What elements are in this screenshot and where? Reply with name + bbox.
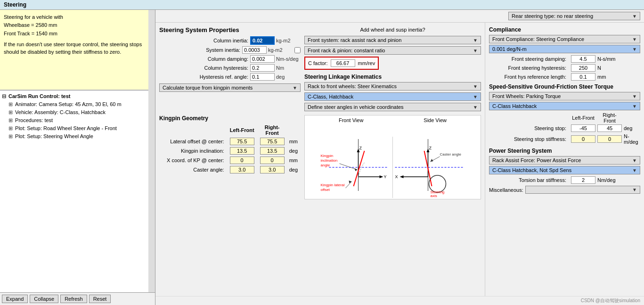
front-rack-dropdown[interactable]: Front rack & pinion: constant ratio ▼ — [304, 46, 481, 55]
svg-text:X: X — [395, 174, 398, 179]
front-damping-label: Front steering damping: — [489, 56, 569, 62]
front-rack-arrow-icon: ▼ — [473, 48, 478, 53]
misc-dropdown[interactable]: ▼ — [525, 186, 640, 194]
front-system-arrow-icon: ▼ — [473, 38, 478, 43]
kp-left-1[interactable] — [230, 147, 254, 155]
column-inertia-input[interactable] — [250, 36, 275, 45]
steering-linkage-title: Steering Linkage Kinematics — [304, 74, 481, 80]
kingpin-title: Kingpin Geometry — [159, 115, 301, 122]
kp-left-0[interactable] — [230, 138, 254, 145]
torsion-bar-input[interactable] — [571, 176, 595, 184]
collapse-button[interactable]: Collapse — [30, 295, 58, 303]
compliance-value-dropdown[interactable]: 0.001 deg/N-m ▼ — [489, 45, 640, 53]
c-class-hatchback2-arrow-icon: ▼ — [632, 104, 637, 109]
front-system-label: Front system: rack assist rack and pinio… — [308, 37, 401, 43]
tree-item-plot-front[interactable]: ⊞ Plot: Setup: Road Wheel Steer Angle - … — [2, 124, 147, 132]
power-steering-title: Power Steering System — [489, 148, 640, 154]
left-scrollbar-top[interactable] — [148, 10, 155, 90]
rear-steering-arrow-icon: ▼ — [632, 14, 637, 19]
steering-stop-right-input[interactable] — [597, 124, 622, 132]
main-window: Steering Steering for a vehicle with Whe… — [0, 0, 644, 305]
tree-item-animator[interactable]: ⊞ Animator: Camera Setup: 45 Azm, 30 El,… — [2, 100, 147, 108]
system-inertia-unit: kg-m2 — [267, 47, 293, 53]
front-compliance-label: Front Compliance: Steering Compliance — [492, 36, 584, 42]
refresh-button[interactable]: Refresh — [60, 295, 87, 303]
c-class-hatchback2-dropdown[interactable]: C-Class Hatchback ▼ — [489, 102, 640, 110]
rear-steering-dropdown[interactable]: Rear steering type: no rear steering ▼ — [508, 12, 640, 20]
calc-torque-arrow-icon: ▼ — [293, 85, 297, 91]
front-compliance-dropdown[interactable]: Front Compliance: Steering Compliance ▼ — [489, 35, 640, 43]
kp-right-0[interactable] — [260, 138, 285, 145]
kp-right-2[interactable] — [260, 157, 285, 164]
tree-root[interactable]: ⊟ CarSim Run Control: test — [2, 92, 147, 100]
stop-stiffness-left-input[interactable] — [571, 135, 595, 143]
gf-col-right: Right-Front — [597, 112, 622, 124]
system-inertia-input[interactable] — [242, 46, 267, 54]
c-class-not-spd-dropdown[interactable]: C-Class Hatchback, Not Spd Sens ▼ — [489, 166, 640, 174]
hysteresis-ref-label: Hysteresis ref. angle: — [159, 74, 250, 80]
reset-button[interactable]: Reset — [89, 295, 111, 303]
front-system-dropdown[interactable]: Front system: rack assist rack and pinio… — [304, 36, 481, 44]
c-factor-input[interactable] — [331, 59, 355, 67]
c-factor-label: C factor: — [308, 60, 328, 66]
calc-torque-dropdown[interactable]: Calculate torque from kingpin moments ▼ — [159, 83, 301, 92]
kp-right-3[interactable] — [260, 166, 285, 173]
bottom-buttons: Expand Collapse Refresh Reset — [0, 292, 155, 305]
svg-text:inclination: inclination — [321, 158, 338, 163]
steer-kinematics-arrow-icon: ▼ — [473, 84, 478, 89]
kingpin-section: Kingpin Geometry Left-Front Right-Front — [159, 115, 301, 199]
svg-line-12 — [340, 164, 358, 170]
front-hys-ref-input[interactable] — [571, 73, 595, 81]
c-class-hatchback-label: C-Class, Hatchback — [308, 94, 353, 99]
kp-left-2[interactable] — [230, 157, 254, 164]
front-hysteresis-input[interactable] — [571, 64, 595, 72]
stop-stiffness-right-input[interactable] — [597, 135, 622, 143]
parking-torque-dropdown[interactable]: Front Wheels: Parking Torque ▼ — [489, 92, 640, 100]
stop-stiffness-unit: N-m/deg — [624, 133, 640, 145]
footer-watermark: CSDN @自动驾驶simulation — [155, 296, 644, 305]
steering-stop-left-input[interactable] — [571, 124, 595, 132]
svg-text:axis: axis — [431, 194, 437, 198]
hysteresis-ref-input[interactable] — [250, 73, 275, 81]
define-steer-label: Define steer angles in vehicle coordinat… — [308, 104, 404, 110]
hysteresis-ref-unit: deg — [275, 74, 301, 80]
kp-unit-2: mm — [287, 156, 301, 165]
front-hys-ref-unit: mm — [597, 74, 606, 80]
add-wheel-checkbox[interactable] — [294, 47, 301, 53]
column-damping-label: Column damping: — [159, 56, 250, 62]
window-title: Steering — [4, 1, 26, 8]
torsion-bar-unit: Nm/deg — [597, 177, 616, 183]
stop-stiffness-label: Steering stop stiffness: — [489, 136, 569, 142]
svg-marker-13 — [355, 168, 358, 171]
tree-item-procedures[interactable]: ⊞ Procedures: test — [2, 116, 147, 124]
svg-text:Kingpin: Kingpin — [321, 154, 334, 158]
kp-left-3[interactable] — [230, 166, 254, 173]
tree-item-plot-steering[interactable]: ⊞ Plot: Setup: Steering Wheel Angle — [2, 132, 147, 140]
front-compliance-arrow-icon: ▼ — [632, 37, 637, 42]
add-wheel-label: Add wheel and susp inertia? — [304, 26, 481, 33]
front-damping-input[interactable] — [571, 55, 595, 63]
c-class-hatchback-arrow-icon: ▼ — [473, 94, 478, 99]
define-steer-dropdown[interactable]: Define steer angles in vehicle coordinat… — [304, 103, 481, 111]
misc-label: Miscellaneous: — [489, 187, 523, 193]
parking-torque-arrow-icon: ▼ — [632, 94, 637, 99]
c-class-hatchback-dropdown[interactable]: C-Class, Hatchback ▼ — [304, 92, 481, 101]
tree-item-vehicle[interactable]: ⊞ Vehicle: Assembly: C-Class, Hatchback — [2, 108, 147, 116]
expand-button[interactable]: Expand — [2, 295, 28, 303]
rear-steering-label: Rear steering type: no rear steering — [512, 13, 593, 19]
kp-right-1[interactable] — [260, 147, 285, 155]
title-bar: Steering — [0, 0, 644, 10]
left-scrollbar-bottom[interactable] — [148, 90, 155, 292]
calc-torque-label: Calculate torque from kingpin moments — [163, 85, 253, 91]
diagram-svg: Z Y Kingpin incl — [305, 125, 481, 198]
svg-line-16 — [346, 181, 352, 188]
front-hysteresis-label: Front steering hysteresis: — [489, 65, 569, 71]
kp-label-0: Lateral offset @ center: — [159, 137, 227, 146]
steer-kinematics-dropdown[interactable]: Rack to front wheels: Steer Kinematics ▼ — [304, 82, 481, 91]
info-box: Steering for a vehicle with Wheelbase = … — [0, 10, 148, 90]
front-hysteresis-unit: N — [597, 65, 601, 71]
parking-torque-label: Front Wheels: Parking Torque — [492, 93, 561, 99]
column-damping-input[interactable] — [250, 55, 275, 63]
column-hysteresis-input[interactable] — [250, 64, 275, 72]
rack-assist-dropdown[interactable]: Rack Assist Force: Power Assist Force ▼ — [489, 156, 640, 165]
